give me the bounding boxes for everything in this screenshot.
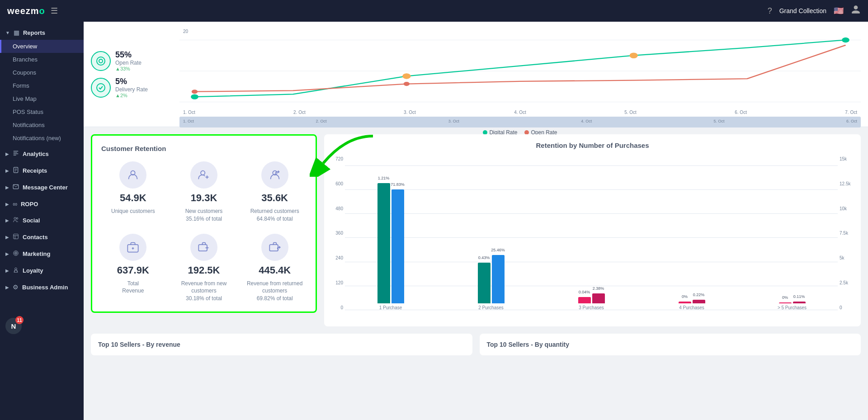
chevron-right-icon-5: ▶ — [5, 218, 9, 223]
pct-2a: 0.43% — [478, 255, 490, 260]
new-customers-value: 19.3K — [191, 192, 217, 204]
sidebar-business-admin-label: Business Admin — [22, 284, 68, 291]
sidebar-group-analytics[interactable]: ▶ Analytics — [0, 146, 84, 161]
user-badge[interactable]: N 11 — [5, 318, 78, 334]
x-label-4: 4. Oct — [514, 110, 526, 115]
main-layout: ▼ ▦ Reports Overview Branches Coupons Fo… — [0, 22, 868, 420]
bar-4-pink — [679, 302, 691, 303]
total-revenue-value: 637.9K — [117, 264, 149, 276]
y-10k: 10k — [840, 206, 847, 211]
total-revenue-icon — [119, 234, 146, 261]
new-customers-label1: New customers — [185, 208, 223, 214]
svg-point-10 — [14, 251, 19, 256]
sidebar-group-reports[interactable]: ▼ ▦ Reports — [0, 25, 84, 40]
svg-rect-38 — [269, 245, 278, 251]
y-axis-revenue: 15k 12.5k 10k 7.5k 5k 2.5k 0 — [838, 156, 854, 319]
grand-collection-label[interactable]: Grand Collection — [779, 7, 826, 14]
sidebar-group-marketing[interactable]: ▶ Marketing — [0, 246, 84, 261]
x-label-7: 7. Oct — [845, 110, 857, 115]
sidebar-section-reports: ▼ ▦ Reports Overview Branches Coupons Fo… — [0, 25, 84, 145]
sidebar-marketing-label: Marketing — [23, 250, 50, 257]
bar-2-teal — [478, 263, 491, 303]
bar-1-blue — [392, 189, 404, 303]
flag-icon[interactable]: 🇺🇸 — [834, 6, 844, 16]
bar-5-pink — [779, 302, 792, 303]
sidebar-group-receipts[interactable]: ▶ Receipts — [0, 163, 84, 178]
svg-rect-7 — [14, 234, 19, 239]
sidebar-group-contacts[interactable]: ▶ Contacts — [0, 230, 84, 245]
sidebar-item-posstatus[interactable]: POS Status — [0, 105, 84, 118]
revenue-returned-value: 445.4K — [259, 264, 291, 276]
sidebar-item-overview[interactable]: Overview — [0, 40, 84, 53]
sidebar-analytics-label: Analytics — [23, 151, 49, 157]
bar-pair-4: 0% 0.22% — [679, 177, 705, 303]
svg-point-16 — [97, 84, 105, 92]
bar-label-4: 4 Purchases — [679, 305, 704, 310]
sellers-row: Top 10 Sellers - By revenue Top 10 Selle… — [84, 334, 868, 363]
chevron-right-icon-9: ▶ — [5, 285, 9, 290]
ropo-icon: ∞ — [13, 200, 17, 208]
sellers-by-quantity-title: Top 10 Sellers - By quantity — [487, 341, 854, 348]
sidebar-ropo-label: ROPO — [21, 201, 38, 208]
sidebar-item-livemap[interactable]: Live Map — [0, 92, 84, 105]
svg-point-5 — [14, 217, 16, 220]
sidebar-section-social: ▶ Social — [0, 213, 84, 228]
revenue-new-label: Revenue from new customers 30.18% of tot… — [172, 280, 236, 302]
x-label-1: 1. Oct — [183, 110, 195, 115]
svg-point-23 — [842, 38, 849, 42]
x-label-5: 5. Oct — [624, 110, 637, 115]
sidebar-group-ropo[interactable]: ▶ ∞ ROPO — [0, 197, 84, 211]
sidebar-section-marketing: ▶ Marketing — [0, 246, 84, 261]
sellers-by-revenue-card: Top 10 Sellers - By revenue — [91, 334, 472, 355]
bar-chart-wrapper: 720 600 480 360 240 120 0 — [331, 156, 854, 319]
revenue-new-icon — [190, 234, 217, 261]
contacts-icon — [13, 233, 19, 241]
sidebar-group-message-center[interactable]: ▶ Message Center — [0, 180, 84, 195]
user-icon-circle: N 11 — [5, 318, 22, 334]
svg-point-25 — [404, 82, 410, 86]
sidebar-group-business-admin[interactable]: ▶ ⚙ Business Admin — [0, 280, 84, 294]
sidebar-item-coupons[interactable]: Coupons — [0, 66, 84, 79]
y-720: 720 — [335, 156, 343, 161]
y-120: 120 — [335, 280, 343, 285]
sellers-by-quantity-card: Top 10 Sellers - By quantity — [480, 334, 861, 355]
user-avatar-icon[interactable] — [851, 5, 861, 17]
chevron-right-icon-2: ▶ — [5, 168, 9, 173]
sidebar-group-social[interactable]: ▶ Social — [0, 213, 84, 228]
y-240: 240 — [335, 255, 343, 260]
sidebar-section-ropo: ▶ ∞ ROPO — [0, 197, 84, 211]
revenue-returned-label: Revenue from returnedcustomers 69.82% of… — [247, 280, 302, 302]
metric-delivery-rate: 5% Delivery Rate ▲2% — [91, 77, 172, 98]
sidebar-item-notifications[interactable]: Notifications — [0, 118, 84, 132]
sidebar-contacts-label: Contacts — [23, 234, 48, 241]
social-icon — [13, 217, 19, 224]
y-5k: 5k — [840, 255, 844, 260]
pct-4a: 0% — [682, 294, 688, 299]
help-icon[interactable]: ? — [768, 6, 772, 16]
sidebar-receipts-label: Receipts — [23, 167, 47, 174]
chevron-right-icon-6: ▶ — [5, 235, 9, 240]
delivery-rate-icon — [91, 78, 111, 98]
timeline-label-4: 4. Oct — [581, 119, 592, 123]
sidebar-item-notifications-new[interactable]: Notifications (new) — [0, 132, 84, 145]
bar-pair-5: 0% 0.11% — [779, 177, 806, 303]
x-label-2: 2. Oct — [293, 110, 306, 115]
sidebar-section-analytics: ▶ Analytics — [0, 146, 84, 161]
retention-item-unique: 54.9K Unique customers — [101, 161, 165, 223]
bar-pair-1: 1.21% 71.83% — [377, 177, 404, 303]
receipts-icon — [13, 167, 19, 175]
menu-icon[interactable]: ☰ — [51, 6, 58, 16]
open-rate-change: ▲33% — [115, 66, 142, 71]
sidebar-item-branches[interactable]: Branches — [0, 53, 84, 66]
sidebar-group-loyalty[interactable]: ▶ Loyalty — [0, 263, 84, 278]
y-480: 480 — [335, 206, 343, 211]
timeline-label-3: 3. Oct — [448, 119, 459, 123]
svg-point-24 — [192, 90, 198, 94]
y-7-5k: 7.5k — [840, 231, 848, 236]
y-0-right: 0 — [840, 305, 842, 310]
bar-label-1: 1 Purchase — [379, 305, 402, 310]
total-revenue-label: Total Revenue — [122, 280, 144, 295]
sidebar-item-forms[interactable]: Forms — [0, 79, 84, 92]
user-initial: N — [11, 322, 16, 330]
topnav-left: weezmo ☰ — [7, 6, 58, 16]
